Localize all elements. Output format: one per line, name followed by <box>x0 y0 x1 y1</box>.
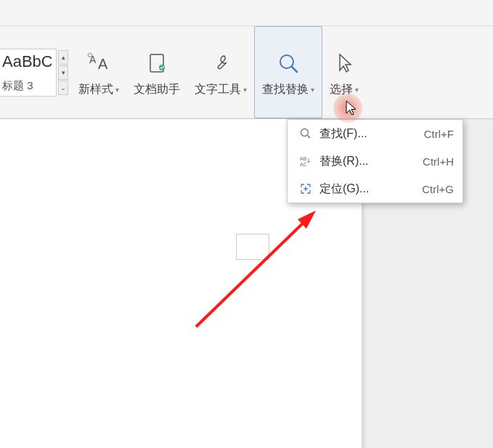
menu-item-goto[interactable]: 定位(G)... Ctrl+G <box>288 175 463 203</box>
svg-text:AB: AB <box>300 156 307 161</box>
replace-icon: ABAC <box>296 155 315 168</box>
menu-find-shortcut: Ctrl+F <box>424 128 454 140</box>
title-bar <box>0 0 493 26</box>
find-replace-dropdown: 查找(F)... Ctrl+F ABAC 替换(R)... Ctrl+H 定位(… <box>287 119 463 203</box>
select-label: 选择 <box>330 82 353 97</box>
style-gallery-spinner: ▴ ▾ ⌄ <box>58 50 68 95</box>
magnifier-icon <box>276 49 301 78</box>
doc-helper-icon <box>146 49 168 78</box>
find-replace-button[interactable]: 查找替换▾ <box>254 26 322 118</box>
style-expand-button[interactable]: ⌄ <box>58 81 68 95</box>
menu-item-find[interactable]: 查找(F)... Ctrl+F <box>288 120 463 147</box>
ribbon-toolbar: AaBbCcDd 标题 3 ▴ ▾ ⌄ A A 新样式▾ 文档助手 <box>0 26 493 119</box>
chevron-down-icon: ▾ <box>311 86 314 94</box>
new-style-label: 新样式 <box>78 82 113 97</box>
svg-point-3 <box>159 65 165 70</box>
svg-line-5 <box>292 67 297 72</box>
style-item-heading3[interactable]: AaBbCcDd 标题 3 <box>0 49 57 97</box>
text-tools-button[interactable]: 文字工具▾ <box>187 26 254 118</box>
svg-text:A: A <box>98 56 108 72</box>
cursor-arrow-icon <box>334 49 354 78</box>
chevron-down-icon: ▾ <box>355 86 359 94</box>
find-replace-label: 查找替换 <box>262 82 309 97</box>
style-up-button[interactable]: ▴ <box>58 50 68 65</box>
menu-find-label: 查找(F)... <box>319 126 424 142</box>
svg-text:A: A <box>89 54 97 65</box>
new-style-icon: A A <box>86 49 111 78</box>
doc-helper-button[interactable]: 文档助手 <box>126 26 187 118</box>
menu-goto-label: 定位(G)... <box>319 182 422 197</box>
svg-text:AC: AC <box>300 162 307 167</box>
menu-replace-label: 替换(R)... <box>319 154 423 169</box>
doc-helper-label: 文档助手 <box>134 82 180 97</box>
wrench-icon <box>210 49 232 78</box>
goto-icon <box>296 182 315 195</box>
menu-goto-shortcut: Ctrl+G <box>422 183 454 195</box>
svg-point-6 <box>301 129 309 137</box>
search-icon <box>296 127 315 140</box>
chevron-down-icon: ▾ <box>115 86 119 94</box>
new-style-button[interactable]: A A 新样式▾ <box>71 26 126 118</box>
menu-replace-shortcut: Ctrl+H <box>423 155 454 168</box>
style-name-label: 标题 3 <box>2 79 52 93</box>
text-insertion-box[interactable] <box>236 234 269 260</box>
menu-item-replace[interactable]: ABAC 替换(R)... Ctrl+H <box>288 147 463 175</box>
svg-line-7 <box>308 136 311 139</box>
style-gallery[interactable]: AaBbCcDd 标题 3 ▴ ▾ ⌄ <box>0 26 71 118</box>
select-button[interactable]: 选择▾ <box>322 26 366 118</box>
style-preview-text: AaBbCcDd <box>2 52 52 71</box>
chevron-down-icon: ▾ <box>243 86 247 94</box>
text-tools-label: 文字工具 <box>195 82 241 97</box>
style-down-button[interactable]: ▾ <box>58 65 68 80</box>
